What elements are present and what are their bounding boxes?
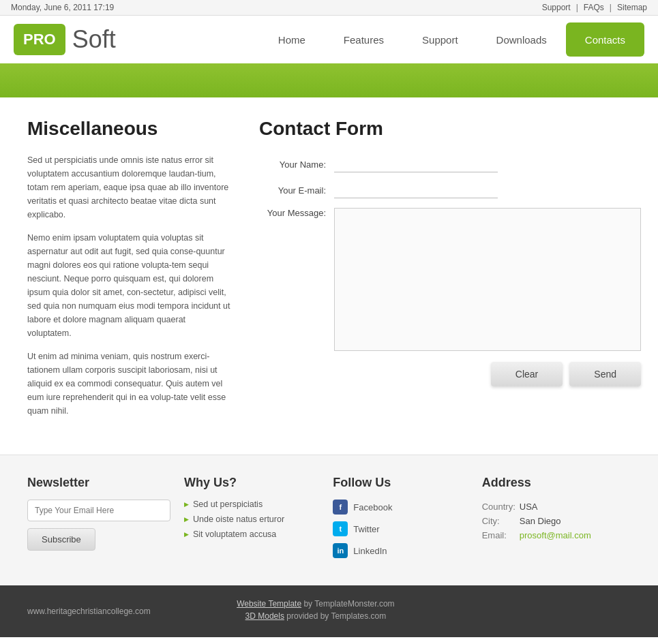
form-buttons: Clear Send <box>259 362 641 386</box>
name-row: Your Name: <box>259 156 641 172</box>
why-link-3[interactable]: Sit voluptatem accusa <box>193 530 276 539</box>
country-label: Country: <box>482 500 520 514</box>
footer-links: Website Template by TemplateMonster.com … <box>237 599 394 624</box>
city-value: San Diego <box>520 514 595 528</box>
newsletter-section: Newsletter Subscribe <box>27 476 184 565</box>
follow-us-section: Follow Us f Facebook t Twitter in Linked… <box>333 476 481 565</box>
list-item: t Twitter <box>333 521 468 536</box>
nav-contacts[interactable]: Contacts <box>566 22 644 57</box>
linkedin-icon: in <box>333 543 348 558</box>
email-label: Your E-mail: <box>259 185 334 196</box>
header: PRO Soft Home Features Support Downloads… <box>0 16 658 63</box>
list-item: Unde oiste natus erturor <box>184 515 319 524</box>
name-input[interactable] <box>334 156 498 172</box>
linkedin-link[interactable]: LinkedIn <box>353 546 387 556</box>
country-value: USA <box>520 500 595 514</box>
footer-bottom: www.heritagechristiancollege.com Website… <box>0 585 658 637</box>
datetime: Monday, June 6, 2011 17:19 <box>11 3 114 12</box>
misc-para-3: Ut enim ad minima veniam, quis nostrum e… <box>27 350 232 418</box>
email-input[interactable] <box>334 182 498 198</box>
email-link[interactable]: prosoft@mail.com <box>520 530 591 540</box>
nav: Home Features Support Downloads Contacts <box>259 22 644 57</box>
newsletter-title: Newsletter <box>27 476 170 490</box>
twitter-icon: t <box>333 521 348 536</box>
message-textarea[interactable] <box>334 208 641 351</box>
address-table: Country: USA City: San Diego Email: pros… <box>482 500 595 542</box>
misc-para-1: Sed ut perspiciatis unde omnis iste natu… <box>27 153 232 221</box>
why-us-list: Sed ut perspiciatis Unde oiste natus ert… <box>184 500 319 539</box>
subscribe-button[interactable]: Subscribe <box>27 528 95 551</box>
right-column: Contact Form Your Name: Your E-mail: You… <box>259 118 641 427</box>
topbar-links: Support | FAQs | Sitemap <box>542 3 647 12</box>
twitter-link[interactable]: Twitter <box>353 524 379 534</box>
follow-us-list: f Facebook t Twitter in LinkedIn <box>333 500 468 558</box>
by-template: by TemplateMonster.com <box>301 599 395 609</box>
logo-soft: Soft <box>72 25 116 54</box>
why-link-1[interactable]: Sed ut perspiciatis <box>193 500 263 509</box>
logo-pro: PRO <box>14 24 65 55</box>
misc-para-2: Nemo enim ipsam voluptatem quia voluptas… <box>27 231 232 340</box>
list-item: Sit voluptatem accusa <box>184 530 319 539</box>
nav-home[interactable]: Home <box>259 22 325 57</box>
send-button[interactable]: Send <box>569 362 641 386</box>
3d-models-link[interactable]: 3D Models <box>245 611 284 621</box>
address-section: Address Country: USA City: San Diego Ema… <box>482 476 631 565</box>
faqs-link[interactable]: FAQs <box>584 3 604 12</box>
facebook-link[interactable]: Facebook <box>353 502 392 512</box>
list-item: in LinkedIn <box>333 543 468 558</box>
why-us-title: Why Us? <box>184 476 319 490</box>
site-url: www.heritagechristiancollege.com <box>27 607 151 616</box>
facebook-icon: f <box>333 500 348 515</box>
email-value: prosoft@mail.com <box>520 528 595 542</box>
banner <box>0 63 658 97</box>
misc-title: Miscellaneous <box>27 118 232 140</box>
message-row: Your Message: <box>259 208 641 351</box>
follow-us-title: Follow Us <box>333 476 468 490</box>
nav-downloads[interactable]: Downloads <box>477 22 566 57</box>
address-title: Address <box>482 476 617 490</box>
email-row: Your E-mail: <box>259 182 641 198</box>
template-line: Website Template by TemplateMonster.com <box>237 599 394 609</box>
main-content: Miscellaneous Sed ut perspiciatis unde o… <box>0 97 658 455</box>
footer-main: Newsletter Subscribe Why Us? Sed ut pers… <box>0 455 658 585</box>
footer-bottom-inner: www.heritagechristiancollege.com Website… <box>27 599 631 624</box>
contact-form-title: Contact Form <box>259 118 641 140</box>
sitemap-link[interactable]: Sitemap <box>617 3 647 12</box>
why-us-section: Why Us? Sed ut perspiciatis Unde oiste n… <box>184 476 333 565</box>
topbar: Monday, June 6, 2011 17:19 Support | FAQ… <box>0 0 658 16</box>
support-link[interactable]: Support <box>542 3 571 12</box>
why-link-2[interactable]: Unde oiste natus erturor <box>193 515 284 524</box>
models-line: 3D Models provided by Templates.com <box>237 611 394 621</box>
provided-by: provided by Templates.com <box>284 611 386 621</box>
newsletter-input[interactable] <box>27 500 170 521</box>
nav-features[interactable]: Features <box>325 22 403 57</box>
email-label: Email: <box>482 528 520 542</box>
name-label: Your Name: <box>259 159 334 170</box>
list-item: Sed ut perspiciatis <box>184 500 319 509</box>
logo: PRO Soft <box>14 24 116 55</box>
left-column: Miscellaneous Sed ut perspiciatis unde o… <box>27 118 232 427</box>
website-template-link[interactable]: Website Template <box>237 599 301 609</box>
nav-support[interactable]: Support <box>403 22 477 57</box>
list-item: f Facebook <box>333 500 468 515</box>
city-label: City: <box>482 514 520 528</box>
clear-button[interactable]: Clear <box>491 362 563 386</box>
message-label: Your Message: <box>259 208 334 218</box>
